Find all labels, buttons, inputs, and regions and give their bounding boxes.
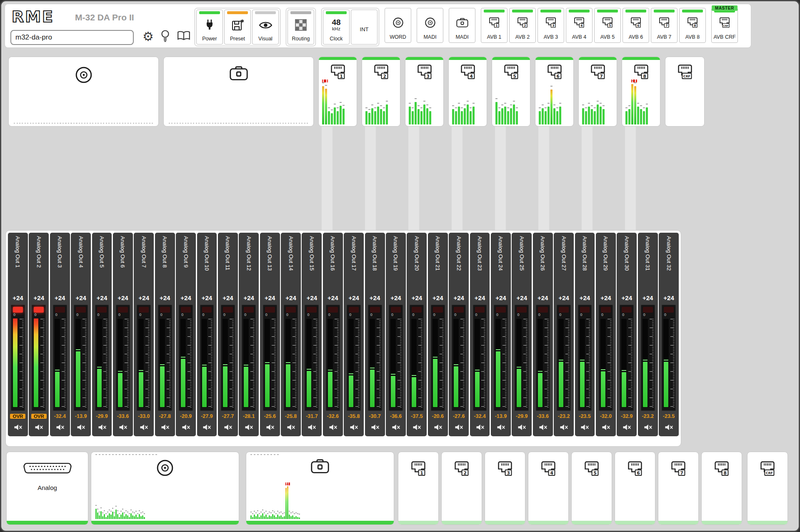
avb-port-button[interactable]: 8 AVB 8 xyxy=(679,8,706,43)
channel-strip[interactable]: Analog Out 5 +24 0 -29.9 xyxy=(92,233,112,436)
avb-source-card[interactable]: 2 xyxy=(362,57,400,127)
channel-mute-button[interactable] xyxy=(155,420,175,434)
avb-port-button[interactable]: 7 AVB 7 xyxy=(651,8,678,43)
avb-output-card[interactable]: 3 xyxy=(485,452,525,525)
avb-output-card[interactable]: 4 xyxy=(528,452,569,525)
channel-strip[interactable]: Analog Out 21 +24 0 -20.6 xyxy=(428,233,448,436)
avb-source-card[interactable]: 4 xyxy=(448,57,487,127)
word-clock-button[interactable]: WORD xyxy=(385,8,411,43)
channel-strip[interactable]: Analog Out 26 +24 0 -33.6 xyxy=(533,233,553,436)
preset-button[interactable]: Preset xyxy=(224,10,251,45)
channel-mute-button[interactable] xyxy=(239,420,259,434)
channel-mute-button[interactable] xyxy=(113,420,133,434)
visual-button[interactable]: Visual xyxy=(252,10,279,45)
madi-optical-source-card[interactable] xyxy=(163,57,314,127)
channel-strip[interactable]: Analog Out 32 +24 0 -23.5 xyxy=(659,233,679,436)
avb-crf-source-card[interactable]: CRF xyxy=(665,57,705,127)
channel-mute-button[interactable] xyxy=(533,420,553,434)
channel-mute-button[interactable] xyxy=(617,420,637,434)
channel-strip[interactable]: Analog Out 27 +24 0 -23.2 xyxy=(554,233,574,436)
channel-mute-button[interactable] xyxy=(92,420,112,434)
avb-source-card[interactable]: 3 xyxy=(405,57,444,127)
channel-strip[interactable]: Analog Out 7 +24 0 -33.0 xyxy=(134,233,154,436)
madi-optical-output-card[interactable] xyxy=(246,452,394,525)
madi-coax-output-card[interactable] xyxy=(91,452,239,525)
channel-strip[interactable]: Analog Out 17 +24 0 -35.8 xyxy=(344,233,364,436)
channel-mute-button[interactable] xyxy=(365,420,385,434)
channel-strip[interactable]: Analog Out 13 +24 0 -25.6 xyxy=(260,233,280,436)
channel-strip[interactable]: Analog Out 18 +24 0 -30.7 xyxy=(365,233,385,436)
lightbulb-icon[interactable] xyxy=(160,30,170,44)
avb-output-card[interactable]: 2 xyxy=(441,452,482,525)
channel-strip[interactable]: Analog Out 31 +24 0 -23.2 xyxy=(638,233,658,436)
channel-strip[interactable]: Analog Out 2 +24 0 OVR xyxy=(29,233,49,436)
channel-mute-button[interactable] xyxy=(260,420,280,434)
channel-mute-button[interactable] xyxy=(197,420,217,434)
channel-mute-button[interactable] xyxy=(638,420,658,434)
avb-source-card[interactable]: 5 xyxy=(492,57,530,127)
clock-source-button[interactable]: INT xyxy=(351,10,378,45)
channel-mute-button[interactable] xyxy=(50,420,70,434)
avb-output-card[interactable]: 6 xyxy=(615,452,655,525)
channel-mute-button[interactable] xyxy=(659,420,679,434)
avb-output-card[interactable]: 7 xyxy=(658,452,699,525)
avb-port-button[interactable]: 4 AVB 4 xyxy=(566,8,592,43)
channel-strip[interactable]: Analog Out 25 +24 0 -29.9 xyxy=(512,233,532,436)
avb-port-button[interactable]: 6 AVB 6 xyxy=(622,8,649,43)
channel-strip[interactable]: Analog Out 11 +24 0 -27.7 xyxy=(218,233,238,436)
channel-strip[interactable]: Analog Out 16 +24 0 -32.6 xyxy=(323,233,343,436)
avb-crf-button[interactable]: MASTER CRF AVB CRF xyxy=(711,8,738,43)
channel-mute-button[interactable] xyxy=(554,420,574,434)
channel-strip[interactable]: Analog Out 22 +24 0 -27.6 xyxy=(449,233,469,436)
channel-mute-button[interactable] xyxy=(491,420,511,434)
channel-strip[interactable]: Analog Out 20 +24 0 -37.5 xyxy=(407,233,427,436)
channel-mute-button[interactable] xyxy=(29,420,49,434)
channel-mute-button[interactable] xyxy=(8,420,28,434)
channel-mute-button[interactable] xyxy=(596,420,616,434)
channel-strip[interactable]: Analog Out 8 +24 0 -27.8 xyxy=(155,233,175,436)
channel-mute-button[interactable] xyxy=(176,420,196,434)
avb-source-card[interactable]: 6 xyxy=(535,57,574,127)
channel-strip[interactable]: Analog Out 29 +24 0 -32.0 xyxy=(596,233,616,436)
channel-strip[interactable]: Analog Out 4 +24 0 -13.9 xyxy=(71,233,91,436)
madi-coax-button[interactable]: MADI xyxy=(417,8,443,43)
avb-source-card[interactable]: 1 xyxy=(318,57,357,127)
channel-mute-button[interactable] xyxy=(470,420,490,434)
madi-coax-source-card[interactable] xyxy=(8,57,159,127)
channel-strip[interactable]: Analog Out 15 +24 0 -31.7 xyxy=(302,233,322,436)
power-button[interactable]: Power xyxy=(196,10,223,45)
avb-source-card[interactable]: 8 xyxy=(622,57,660,127)
avb-output-card[interactable]: 8 xyxy=(701,452,742,525)
channel-mute-button[interactable] xyxy=(575,420,595,434)
channel-strip[interactable]: Analog Out 12 +24 0 -28.1 xyxy=(239,233,259,436)
channel-strip[interactable]: Analog Out 19 +24 0 -36.6 xyxy=(386,233,406,436)
channel-mute-button[interactable] xyxy=(134,420,154,434)
channel-strip[interactable]: Analog Out 10 +24 0 -27.9 xyxy=(197,233,217,436)
channel-mute-button[interactable] xyxy=(218,420,238,434)
channel-mute-button[interactable] xyxy=(386,420,406,434)
channel-strip[interactable]: Analog Out 24 +24 0 -13.9 xyxy=(491,233,511,436)
channel-mute-button[interactable] xyxy=(407,420,427,434)
channel-mute-button[interactable] xyxy=(428,420,448,434)
channel-mute-button[interactable] xyxy=(344,420,364,434)
channel-strip[interactable]: Analog Out 30 +24 0 -32.9 xyxy=(617,233,637,436)
avb-port-button[interactable]: 3 AVB 3 xyxy=(538,8,564,43)
madi-optical-button[interactable]: MADI xyxy=(449,8,475,43)
channel-strip[interactable]: Analog Out 23 +24 0 -32.4 xyxy=(470,233,490,436)
avb-port-button[interactable]: 2 AVB 2 xyxy=(509,8,536,43)
channel-strip[interactable]: Analog Out 28 +24 0 -23.5 xyxy=(575,233,595,436)
avb-crf-output-card[interactable]: CRF xyxy=(747,452,788,525)
channel-strip[interactable]: Analog Out 14 +24 0 -25.8 xyxy=(281,233,301,436)
channel-mute-button[interactable] xyxy=(323,420,343,434)
routing-button[interactable]: Routing xyxy=(288,10,314,45)
clock-button[interactable]: 48 kHz Clock xyxy=(323,10,350,45)
avb-port-button[interactable]: 1 AVB 1 xyxy=(481,8,508,43)
channel-strip[interactable]: Analog Out 9 +24 0 -20.9 xyxy=(176,233,196,436)
channel-strip[interactable]: Analog Out 3 +24 0 -32.4 xyxy=(50,233,70,436)
channel-mute-button[interactable] xyxy=(281,420,301,434)
channel-strip[interactable]: Analog Out 6 +24 0 -33.6 xyxy=(113,233,133,436)
analog-output-card[interactable]: Analog xyxy=(6,452,88,525)
manual-book-icon[interactable] xyxy=(177,30,191,43)
device-name-input[interactable] xyxy=(10,30,134,45)
avb-output-card[interactable]: 5 xyxy=(571,452,612,525)
